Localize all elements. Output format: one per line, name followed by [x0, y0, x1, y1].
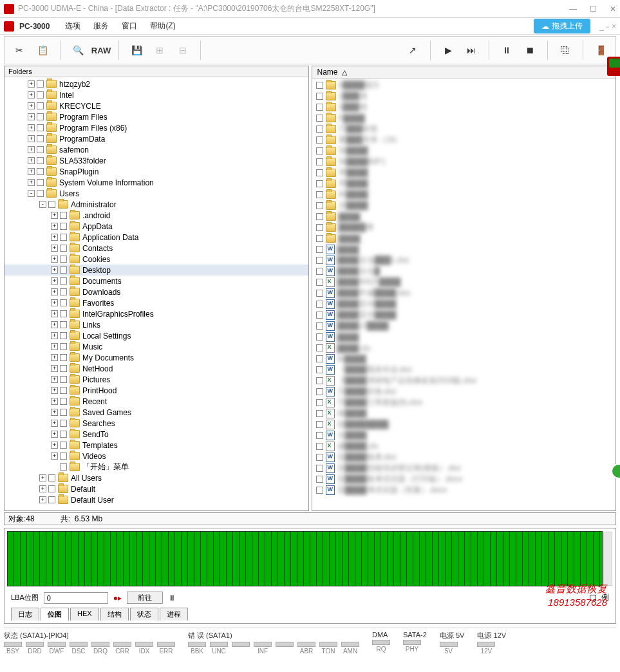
list-row[interactable]: 0████指引 [312, 80, 616, 91]
list-row[interactable]: 万████价格.doc [312, 386, 616, 397]
list-row[interactable]: 张████ [312, 145, 616, 156]
tab-bitmap[interactable]: 位图 [41, 608, 69, 621]
file-list[interactable]: 0████指引1███细1███细F████万███标签窗███类单（19）张█… [312, 79, 616, 510]
checkbox[interactable] [316, 487, 323, 494]
expand-icon[interactable]: + [28, 179, 35, 186]
expand-icon[interactable]: + [28, 146, 35, 153]
checkbox[interactable] [48, 201, 55, 208]
list-row[interactable]: ████ [312, 233, 616, 244]
tree-row[interactable]: -Administrator [5, 199, 308, 210]
tree-row[interactable]: -Users [5, 188, 308, 199]
checkbox[interactable] [316, 399, 323, 406]
checkbox[interactable] [316, 454, 323, 461]
pause-icon[interactable]: ⏸ [497, 41, 516, 60]
checkbox[interactable] [60, 256, 67, 263]
checkbox[interactable] [60, 463, 67, 471]
tree-row[interactable]: +Favorites [5, 297, 308, 308]
checkbox[interactable] [316, 421, 323, 428]
checkbox[interactable] [316, 268, 323, 275]
tree-row[interactable]: +PrintHood [5, 385, 308, 396]
checkbox[interactable] [316, 115, 323, 122]
expand-icon[interactable]: + [51, 420, 58, 427]
checkbox[interactable] [316, 443, 323, 450]
tab-process[interactable]: 进程 [160, 608, 188, 621]
checkbox[interactable] [316, 465, 323, 472]
checkbox[interactable] [60, 442, 67, 449]
checkbox[interactable] [60, 398, 67, 405]
expand-icon[interactable]: + [51, 398, 58, 405]
checkbox[interactable] [316, 432, 323, 439]
files-header[interactable]: Name △ [312, 66, 616, 79]
list-row[interactable]: 威████.xls [312, 441, 616, 452]
checkbox[interactable] [316, 126, 323, 133]
tree-row[interactable]: +Recent [5, 396, 308, 407]
tree-row[interactable]: +Default User [5, 494, 308, 505]
checkbox[interactable] [316, 202, 323, 209]
checkbox[interactable] [316, 377, 323, 384]
checkbox[interactable] [37, 80, 44, 88]
tree-row[interactable]: +SendTo [5, 429, 308, 440]
tree-row[interactable]: +ProgramData [5, 133, 308, 144]
checkbox[interactable] [37, 168, 44, 175]
tree-row[interactable]: +SLA533folder [5, 155, 308, 166]
checkbox[interactable] [316, 257, 323, 264]
tree-row[interactable]: +Program Files (x86) [5, 122, 308, 133]
expand-icon[interactable]: + [51, 266, 58, 274]
tree-row[interactable]: 「开始」菜单 [5, 462, 308, 472]
list-row[interactable]: ████.xls [312, 342, 616, 353]
list-row[interactable]: ████年6月████ [312, 277, 616, 288]
list-row[interactable]: 窗███类单（19） [312, 135, 616, 145]
tree-row[interactable]: +KRECYCLE [5, 100, 308, 111]
tree-row[interactable]: +Local Settings [5, 330, 308, 341]
list-row[interactable]: 太████ [312, 430, 616, 441]
tab-hex[interactable]: HEX [70, 608, 99, 621]
list-row[interactable]: 安████考试试题（答案）.docx [312, 485, 616, 496]
report-icon[interactable]: 📋 [33, 41, 52, 60]
checkbox[interactable] [316, 136, 323, 144]
expand-icon[interactable]: + [51, 299, 58, 306]
checkbox[interactable] [60, 234, 67, 241]
checkbox[interactable] [60, 354, 67, 361]
raw-button[interactable]: RAW [91, 41, 111, 60]
list-row[interactable]: 1███细 [312, 102, 616, 113]
expand-icon[interactable]: + [51, 256, 58, 263]
checkbox[interactable] [316, 180, 323, 187]
checkbox[interactable] [60, 245, 67, 252]
list-row[interactable]: 万███标签 [312, 124, 616, 135]
column-name[interactable]: Name [317, 68, 338, 77]
tree-row[interactable]: +Application Data [5, 232, 308, 243]
list-row[interactable]: ████太仓███1.doc [312, 255, 616, 266]
menu-services[interactable]: 服务 [88, 19, 114, 33]
menu-window[interactable]: 窗口 [117, 19, 142, 33]
mdi-minimize-button[interactable]: _ [599, 22, 604, 31]
list-row[interactable]: 《████期末作业.doc [312, 364, 616, 375]
checkbox[interactable] [316, 235, 323, 242]
checkbox[interactable] [316, 301, 323, 308]
tab-struct[interactable]: 结构 [100, 608, 129, 621]
expand-icon[interactable]: + [51, 442, 58, 449]
expand-icon[interactable]: + [51, 245, 58, 252]
checkbox[interactable] [60, 420, 67, 427]
tree-row[interactable]: +Program Files [5, 111, 308, 122]
expand-icon[interactable]: + [51, 365, 58, 372]
list-row[interactable]: ████太仓█ [312, 266, 616, 277]
expand-icon[interactable]: + [51, 453, 58, 460]
checkbox[interactable] [316, 93, 323, 100]
expand-icon[interactable] [51, 463, 58, 471]
checkbox[interactable] [60, 453, 67, 460]
tree-row[interactable]: +Templates [5, 440, 308, 451]
sector-map[interactable] [7, 531, 603, 586]
checkbox[interactable] [316, 344, 323, 351]
disk-icon[interactable]: 💾 [127, 41, 146, 60]
checkbox[interactable] [316, 410, 323, 417]
tree-row[interactable]: +Searches [5, 418, 308, 429]
checkbox[interactable] [37, 157, 44, 164]
list-row[interactable]: 安████格表.doc [312, 452, 616, 463]
stop-icon[interactable]: ⏹ [520, 41, 540, 60]
expand-icon[interactable]: + [28, 168, 35, 175]
checkbox[interactable] [316, 82, 323, 89]
tree-row[interactable]: +Links [5, 319, 308, 330]
list-row[interactable]: F████ [312, 113, 616, 124]
pause-small-icon[interactable]: ⏸ [168, 593, 176, 602]
checkbox[interactable] [60, 212, 67, 219]
